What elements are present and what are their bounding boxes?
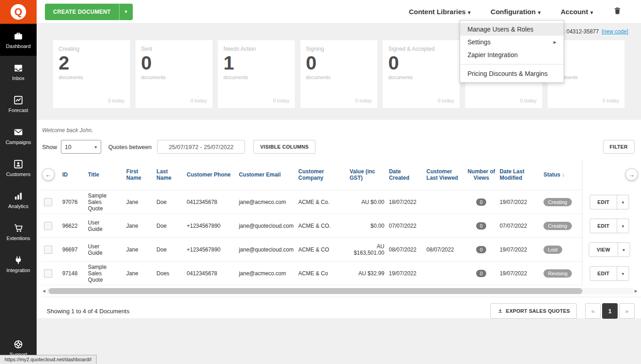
cell-email: jane@acmeco.com <box>238 269 298 278</box>
scrollbar-right-arrow[interactable]: ▶ <box>633 289 639 293</box>
date-range-input[interactable] <box>157 140 245 154</box>
create-document-label[interactable]: CREATE DOCUMENT <box>45 4 119 20</box>
cell-date-created: 18/07/2022 <box>388 198 425 206</box>
cell-last-name: Doe <box>156 222 186 230</box>
app-logo[interactable]: Q <box>0 0 37 24</box>
welcome-message: Welcome back John. <box>37 120 641 137</box>
cell-date-modified: 19/07/2022 <box>499 269 543 278</box>
menu-item-pricing-discounts-margins[interactable]: Pricing Discounts & Margins <box>460 67 564 80</box>
header-date-last-modified[interactable]: Date Last Modified <box>499 167 543 182</box>
cell-id: 97148 <box>61 269 87 278</box>
nav-configuration[interactable]: Configuration▾ <box>491 8 541 16</box>
scrollbar-thumb[interactable] <box>49 288 582 294</box>
card-today: 0 today <box>108 98 125 103</box>
horizontal-scrollbar: ◀ ▶ <box>41 288 639 294</box>
download-icon <box>497 308 503 315</box>
card-value: 0 <box>141 53 207 73</box>
create-document-caret[interactable]: ▾ <box>119 4 133 20</box>
row-action-caret[interactable]: ▾ <box>617 267 629 280</box>
header-value-inc-gst[interactable]: Value (inc GST) <box>348 167 388 182</box>
row-checkbox[interactable] <box>44 222 52 230</box>
row-action-caret[interactable]: ▾ <box>617 219 629 233</box>
sidebar-item-integration[interactable]: Integration <box>0 248 37 280</box>
create-document-button[interactable]: CREATE DOCUMENT ▾ <box>45 4 133 20</box>
views-badge: 0 <box>476 246 486 253</box>
row-action-button[interactable]: EDIT <box>590 267 617 280</box>
sidebar-item-forecast[interactable]: Forecast <box>0 88 37 120</box>
row-checkbox[interactable] <box>44 198 52 206</box>
row-checkbox[interactable] <box>44 269 52 278</box>
status-badge: Lost <box>543 246 562 254</box>
visible-columns-button[interactable]: VISIBLE COLUMNS <box>253 140 315 154</box>
envelope-icon <box>13 127 23 137</box>
scrollbar-left-arrow[interactable]: ◀ <box>41 289 47 293</box>
row-action-button[interactable]: EDIT <box>590 219 617 233</box>
row-action-caret[interactable]: ▾ <box>617 195 629 209</box>
page-size-select[interactable]: 10 ▾ <box>61 140 101 154</box>
cell-company: ACME & Co <box>298 269 349 278</box>
menu-item-zapier-integration[interactable]: Zapier Integration <box>460 48 564 61</box>
header-customer-company[interactable]: Customer Company <box>298 167 349 182</box>
status-badge: Revising <box>543 269 572 278</box>
new-code-link[interactable]: [new code] <box>602 28 628 35</box>
header-date-created[interactable]: Date Created <box>388 167 425 182</box>
sidebar-item-inbox[interactable]: Inbox <box>0 56 37 88</box>
menu-item-manage-users-roles[interactable]: Manage Users & Roles <box>460 23 564 36</box>
cell-date-created: 08/07/2022 <box>388 246 425 254</box>
row-action-group: EDIT ▾ <box>590 195 629 209</box>
cell-phone: 0412345678 <box>186 198 238 206</box>
row-checkbox[interactable] <box>44 246 52 254</box>
header-title[interactable]: Title <box>87 171 125 179</box>
pagination-prev-button[interactable]: « <box>585 303 601 319</box>
pagination-page-1[interactable]: 1 <box>602 303 618 319</box>
card-label: Sent <box>141 46 207 52</box>
table-footer: Showing 1 to 4 of 4 Documents EXPORT SAL… <box>41 297 641 319</box>
header-first-name[interactable]: First Name <box>125 167 156 182</box>
export-label: EXPORT SALES QUOTES <box>506 308 570 314</box>
row-action-caret[interactable]: ▾ <box>618 243 630 257</box>
cell-first-name: Jane <box>125 198 156 206</box>
cell-last-name: Does <box>156 269 186 278</box>
card-label: Creating <box>59 46 125 52</box>
filter-button[interactable]: FILTER <box>603 140 635 154</box>
sort-icon[interactable]: ↕ <box>562 172 565 177</box>
card-value: 0 <box>388 53 454 73</box>
card-label: Needs Action <box>223 46 289 52</box>
table-scroll-left-button[interactable]: ← <box>42 168 54 181</box>
table-scroll-right-button[interactable]: → <box>625 168 638 181</box>
card-value: 2 <box>59 53 125 73</box>
menu-item-settings[interactable]: Settings ▸ <box>460 36 564 48</box>
sidebar-item-extentions[interactable]: Extentions <box>0 216 37 248</box>
documents-panel: Welcome back John. Show 10 ▾ Quotes betw… <box>37 120 641 318</box>
stat-card-signed-accepted: Signed & Accepted 0 documents 0 today <box>383 40 460 108</box>
row-action-button[interactable]: VIEW <box>589 243 617 257</box>
scrollbar-track[interactable] <box>47 288 633 294</box>
sidebar-item-analytics[interactable]: Analytics <box>0 184 37 216</box>
header-last-name[interactable]: Last Name <box>156 167 186 182</box>
sidebar-item-campaigns[interactable]: Campaigns <box>0 120 37 152</box>
nav-content-libraries[interactable]: Content Libraries▾ <box>409 8 471 16</box>
pagination-next-button[interactable]: » <box>619 303 635 319</box>
header-customer-last-viewed[interactable]: Customer Last Viewed <box>425 167 466 182</box>
row-action-button[interactable]: EDIT <box>590 195 617 209</box>
trash-button[interactable] <box>613 6 622 17</box>
sidebar-item-dashboard[interactable]: Dashboard <box>0 24 37 56</box>
cell-value: AU $163,501.00 <box>348 242 388 257</box>
sidebar-item-customers[interactable]: Customers <box>0 152 37 184</box>
header-status[interactable]: Status ↕ <box>543 171 582 179</box>
row-action-group: VIEW ▾ <box>589 242 630 257</box>
chevron-down-icon: ▾ <box>538 10 541 15</box>
documents-table: ← → ID Title First Name Last Name Custom… <box>41 159 641 319</box>
views-badge: 0 <box>476 222 486 230</box>
card-today: 0 today <box>520 98 537 103</box>
header-customer-email[interactable]: Customer Email <box>238 171 298 179</box>
header-number-of-views[interactable]: Number of Views <box>466 167 499 182</box>
card-today: 0 today <box>273 98 289 103</box>
cell-last-viewed <box>425 273 466 274</box>
card-unit: documents <box>59 75 125 80</box>
export-sales-quotes-button[interactable]: EXPORT SALES QUOTES <box>490 303 577 319</box>
header-id[interactable]: ID <box>61 171 87 179</box>
nav-account[interactable]: Account▾ <box>560 8 593 16</box>
header-customer-phone[interactable]: Customer Phone <box>186 171 238 179</box>
views-badge: 0 <box>476 198 486 206</box>
